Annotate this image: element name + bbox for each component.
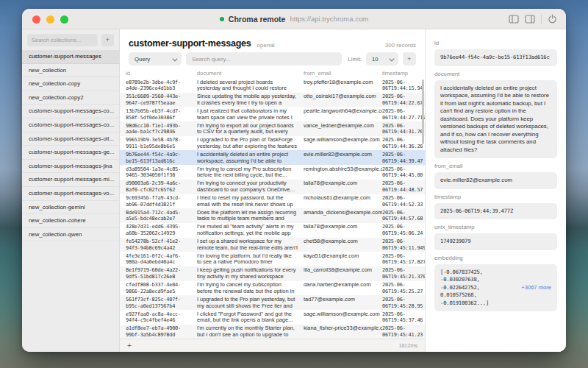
table-footer: + 1812ms (120, 339, 425, 352)
collection-item[interactable]: new_collection-gemini (22, 201, 119, 215)
cell-document: I just realized that collaborators in my… (197, 108, 304, 121)
close-window-button[interactable] (32, 15, 40, 24)
collection-item[interactable]: new_collection (22, 64, 119, 78)
titlebar-actions (509, 14, 557, 24)
desktop-background: Chroma remote https://api.trychroma.com (0, 0, 588, 368)
table-row[interactable]: fe54278b-52cf-41e2-94f3-94b8c69c4a42I se… (120, 238, 425, 252)
table-row[interactable]: 351c6689-2560-443e-9647-ce9787f5eaaeSinc… (120, 93, 425, 107)
collection-item[interactable]: customer-support-messages-mi... (22, 173, 119, 187)
add-collection-button[interactable]: + (101, 34, 114, 46)
cell-from-email: remington.abshire53@example.com (304, 166, 382, 179)
collection-item[interactable]: customer-support-messages-vo... (22, 187, 119, 201)
table-row[interactable]: a1df8ee7-eb7a-4900-99bf-3a5b4c8978ddI'm … (120, 325, 425, 339)
toggle-left-panel-icon[interactable] (509, 15, 519, 24)
query-bar: Query Limit: 10 + (120, 49, 425, 68)
detail-label-document: document (434, 71, 557, 77)
detail-text-embedding: [-0.067837425, -0.030207638, -0.02264275… (440, 269, 518, 308)
cell-id: 9b76ee44-f54c-4a9c-be15-613f13ad616c (126, 152, 197, 165)
cell-id: 561f73cf-825c-407f-b95c-a0ed137567b4 (126, 297, 197, 310)
titlebar-center: Chroma remote https://api.trychroma.com (220, 15, 368, 24)
cell-document: I clicked "Forgot Password" and got the … (197, 311, 304, 324)
column-header-document: document (197, 70, 304, 77)
cell-from-email: sage.williamson@example.com (304, 311, 382, 324)
table-row[interactable]: 4fe3e161-0f2c-4af6-980a-d4a0ebd40a4cI'm … (120, 252, 425, 266)
table-row[interactable]: d90003a6-2c39-4a6c-8af0-cfc02fc65f62I'm … (120, 180, 425, 194)
table-row[interactable]: 9c69345b-f7a9-43cd-ab96-07ddf4d3821fI tr… (120, 194, 425, 209)
page-title: customer-support-messages (129, 38, 251, 49)
search-query-input[interactable] (186, 52, 342, 66)
search-collections-input[interactable] (27, 34, 98, 46)
app-window: Chroma remote https://api.trychroma.com (22, 9, 566, 352)
collections-sidebar: + customer-support-messagesnew_collectio… (22, 29, 120, 352)
cell-timestamp: 2025-06-06T19:44:52.33 (382, 195, 425, 208)
cell-timestamp: 2025-06-06T19:44:45.00 (382, 166, 425, 179)
collection-item[interactable]: new_collection-copy (22, 77, 119, 91)
detail-value-document: I accidentally deleted an entire project… (434, 80, 557, 159)
table-header-row: iddocumentfrom_emailtimestamp (120, 68, 425, 78)
cell-id: e8789e2b-3dbe-4c9f-a4de-2396ce4d1bb3 (126, 79, 197, 93)
table-row[interactable]: 428e7d31-edd6-4395-a60b-352062c14929I've… (120, 223, 425, 238)
detail-value-timestamp: 2025-06-06T19:44:39.477Z (434, 203, 557, 220)
collection-item[interactable]: new_collection-qwen (22, 228, 119, 242)
collection-item[interactable]: customer-support-messages-ge... (22, 146, 119, 160)
cell-id: 996519b9-3e58-4b78-9911-b1e95de8b6e5 (126, 137, 197, 150)
records-table: iddocumentfrom_emailtimestamp e8789e2b-3… (120, 68, 425, 339)
collection-header: customer-support-messages openai 300 rec… (120, 29, 425, 49)
cell-from-email: talia78@example.com (304, 180, 382, 193)
cell-timestamp: 2025-06-06T19:44:15.94 (382, 79, 425, 93)
collection-item[interactable]: customer-support-messages-jina (22, 160, 119, 174)
toggle-right-panel-icon[interactable] (525, 15, 535, 24)
add-query-button[interactable]: + (403, 52, 416, 66)
cell-document: I set up a shared workspace for my remot… (197, 238, 304, 252)
cell-timestamp: 2025-06-06T19:45:06.24 (382, 224, 425, 237)
power-icon[interactable] (548, 14, 557, 24)
table-row[interactable]: 8de915a4-712c-4ad5-a5e5-bdc48ecab2e7Does… (120, 208, 425, 223)
cell-id: 98d6cc10-f1e1-493b-aa4e-ba1cf7c29846 (126, 123, 197, 136)
collection-list: customer-support-messagesnew_collectionn… (22, 50, 119, 352)
table-row[interactable]: d3a89504-1a3e-4c85-9465-3034050f1f30I'm … (120, 165, 425, 180)
query-mode-select[interactable]: Query (129, 52, 182, 66)
zoom-window-button[interactable] (60, 15, 68, 24)
collection-item[interactable]: new_collection-copy2 (22, 91, 119, 105)
cell-from-email: lila_carroll38@example.com (304, 267, 382, 280)
cell-from-email: sage.williamson@example.com (304, 137, 382, 150)
cell-timestamp: 2025-06-06T19:44:31.76 (382, 123, 425, 136)
cell-id: cfedf808-b337-4e04-9866-22a8ecd9fae5 (126, 282, 197, 295)
cell-document: Since updating the mobile app yesterday,… (197, 93, 304, 107)
connection-status-icon (220, 17, 224, 21)
cell-document: I tried to reset my password, but the em… (197, 195, 304, 208)
detail-text-from_email: evie.miller82@example.com (440, 177, 551, 185)
collection-item[interactable]: customer-support-messages-co... (22, 118, 119, 132)
query-mode-value: Query (135, 56, 150, 63)
cell-from-email: kaya51@example.com (304, 253, 382, 266)
cell-timestamp: 2025-06-06T19:44:39.47 (382, 152, 425, 165)
collection-item[interactable]: customer-support-messages (22, 50, 119, 64)
traffic-lights (32, 15, 68, 24)
cell-timestamp: 2025-06-06T19:45:17.827 (382, 253, 425, 266)
cell-id: fe54278b-52cf-41e2-94f3-94b8c69c4a42 (126, 238, 197, 252)
embedding-more-link[interactable]: +3067 more (521, 284, 551, 292)
table-row[interactable]: 13b7b05b-eb3f-4cd7-858f-5df0de30386fI ju… (120, 107, 425, 121)
table-row[interactable]: e927faa0-ac8a-4ecc-94f4-c9c4fbef4e46I cl… (120, 310, 425, 325)
collection-item[interactable]: new_collection-cohere (22, 214, 119, 228)
table-row[interactable]: 8e1f9719-60de-4a22-9df5-51bd817c26e8I ke… (120, 266, 425, 281)
add-record-button[interactable]: + (127, 342, 132, 350)
table-row[interactable]: 9b76ee44-f54c-4a9c-be15-613f13ad616cI ac… (120, 150, 425, 165)
cell-id: 4fe3e161-0f2c-4af6-980a-d4a0ebd40a4c (126, 253, 197, 266)
table-row[interactable]: e8789e2b-3dbe-4c9f-a4de-2396ce4d1bb3I de… (120, 78, 425, 93)
table-scrollbar[interactable] (422, 79, 424, 144)
collection-item[interactable]: customer-support-messages-oll... (22, 132, 119, 146)
limit-select[interactable]: 10 (366, 52, 398, 66)
table-row[interactable]: 98d6cc10-f1e1-493b-aa4e-ba1cf7c29846I'm … (120, 121, 425, 136)
cell-id: d3a89504-1a3e-4c85-9465-3034050f1f30 (126, 166, 197, 179)
minimize-window-button[interactable] (46, 15, 54, 24)
table-row[interactable]: 996519b9-3e58-4b78-9911-b1e95de8b6e5I up… (120, 136, 425, 151)
cell-document: I deleted several project boards yesterd… (197, 79, 304, 93)
table-row[interactable]: 561f73cf-825c-407f-b95c-a0ed137567b4I up… (120, 295, 425, 310)
cell-timestamp: 2025-06-06T19:44:27.719 (382, 108, 425, 121)
record-count: 300 records (385, 42, 416, 49)
table-row[interactable]: cfedf808-b337-4e04-9866-22a8ecd9fae5I'm … (120, 281, 425, 296)
cell-id: 13b7b05b-eb3f-4cd7-858f-5df0de30386f (126, 108, 197, 121)
cell-from-email: talia78@example.com (304, 224, 382, 237)
collection-item[interactable]: customer-support-messages-co... (22, 105, 119, 118)
